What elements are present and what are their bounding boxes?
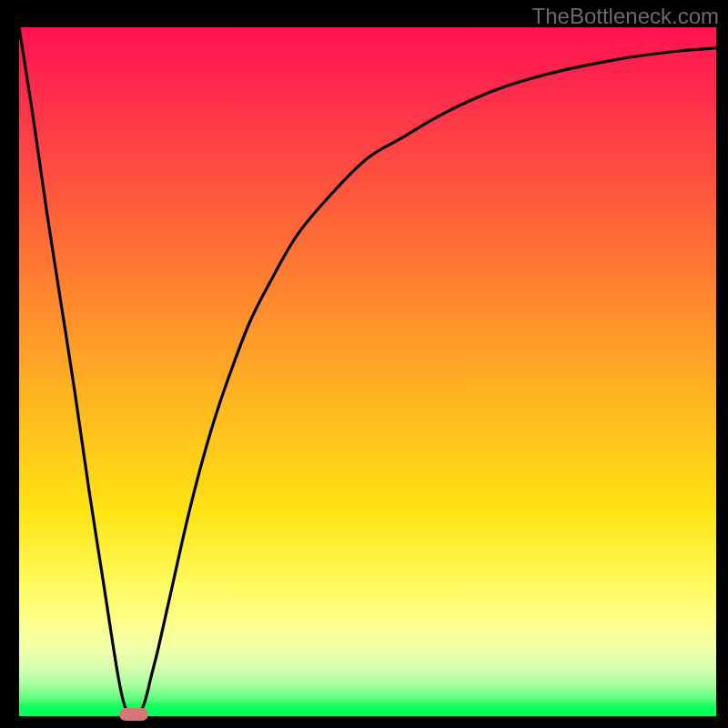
chart-frame: TheBottleneck.com — [0, 0, 728, 728]
watermark-label: TheBottleneck.com — [532, 4, 719, 29]
plot-area — [19, 27, 716, 716]
minimum-marker — [119, 708, 148, 721]
bottleneck-curve — [19, 27, 716, 716]
